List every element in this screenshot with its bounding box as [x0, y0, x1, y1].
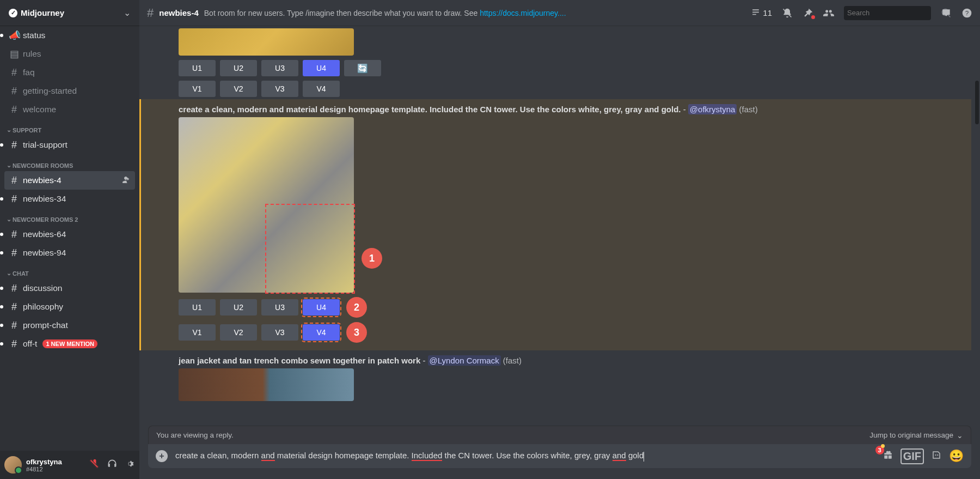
- emoji-icon[interactable]: 😀: [949, 449, 964, 463]
- jump-label: Jump to original message: [869, 431, 953, 439]
- channel-discussion[interactable]: # discussion: [4, 279, 135, 298]
- author-mention[interactable]: @ofkrystyna: [688, 104, 737, 114]
- category-label: CHAT: [13, 270, 29, 277]
- annotation-badge-1: 1: [362, 248, 382, 269]
- upscale-u3[interactable]: U3: [261, 60, 298, 76]
- members-icon[interactable]: [823, 8, 834, 19]
- channel-off-topic[interactable]: # off-t 1 NEW MENTION: [4, 335, 135, 353]
- category-label: SUPPORT: [13, 127, 41, 134]
- svg-point-2: [935, 454, 936, 455]
- gear-icon[interactable]: [124, 458, 135, 471]
- message-input[interactable]: create a clean, modern and material desi…: [175, 451, 875, 461]
- main-content: # newbies-4 Bot room for new users. Type…: [139, 0, 980, 479]
- message-area[interactable]: U1 U2 U3 U4 🔄 V1 V2 V3 V4 create a clean…: [139, 26, 980, 426]
- search-box[interactable]: [844, 6, 931, 20]
- hash-icon: #: [9, 104, 20, 116]
- generated-image[interactable]: [179, 368, 354, 401]
- category-chat[interactable]: ⌄ CHAT: [4, 262, 135, 279]
- sticker-icon[interactable]: [932, 450, 941, 463]
- author-mention[interactable]: @Lyndon Cormack: [428, 355, 501, 366]
- upscale-u4[interactable]: U4: [303, 60, 340, 76]
- channel-philosophy[interactable]: # philosophy: [4, 298, 135, 316]
- variation-v4[interactable]: V4: [303, 324, 340, 341]
- category-newcomer-rooms[interactable]: ⌄ NEWCOMER ROOMS: [4, 154, 135, 171]
- user-panel: ofkrystyna #4812: [0, 451, 139, 479]
- message-input-bar: + create a clean, modern and material de…: [148, 444, 971, 468]
- mute-icon[interactable]: [89, 458, 100, 471]
- attach-button[interactable]: +: [156, 450, 168, 462]
- prompt-line: jean jacket and tan trench combo sewn to…: [179, 356, 971, 365]
- variation-v1[interactable]: V1: [179, 324, 216, 341]
- upscale-u1[interactable]: U1: [179, 60, 216, 76]
- channel-prompt-chat[interactable]: # prompt-chat: [4, 316, 135, 335]
- threads-count: 11: [763, 8, 772, 17]
- channel-label: newbies-64: [23, 229, 66, 239]
- channel-label: trial-support: [23, 140, 68, 150]
- add-user-icon[interactable]: [121, 175, 131, 186]
- channel-rules[interactable]: ▤ rules: [4, 45, 135, 63]
- channel-topic[interactable]: Bot room for new users. Type /imagine th…: [204, 9, 566, 17]
- channel-sidebar: ✓ Midjourney ⌄ 📣 status ▤ rules # faq # …: [0, 0, 139, 479]
- variation-v3[interactable]: V3: [261, 81, 298, 97]
- channel-welcome[interactable]: # welcome: [4, 100, 135, 119]
- upscale-u3[interactable]: U3: [261, 299, 298, 316]
- search-input[interactable]: [847, 9, 939, 17]
- variation-v1[interactable]: V1: [179, 81, 216, 97]
- variation-v3[interactable]: V3: [261, 324, 298, 341]
- server-header[interactable]: ✓ Midjourney ⌄: [0, 0, 139, 26]
- channel-getting-started[interactable]: # getting-started: [4, 82, 135, 100]
- threads-button[interactable]: 11: [750, 8, 772, 19]
- variation-v2[interactable]: V2: [220, 324, 257, 341]
- upscale-u2[interactable]: U2: [220, 60, 257, 76]
- username-label: ofkrystyna: [26, 458, 85, 466]
- channel-newbies-64[interactable]: # newbies-64: [4, 225, 135, 244]
- hash-lock-icon: #: [9, 283, 20, 294]
- annotation-badge-3: 3: [346, 322, 367, 343]
- category-label: NEWCOMER ROOMS: [13, 162, 73, 169]
- channel-label: welcome: [23, 105, 56, 114]
- channel-faq[interactable]: # faq: [4, 63, 135, 82]
- notifications-muted-icon[interactable]: [782, 8, 793, 19]
- gif-button[interactable]: GIF: [901, 448, 924, 464]
- channel-newbies-34[interactable]: # newbies-34: [4, 190, 135, 208]
- mention-badge: 1 NEW MENTION: [42, 339, 97, 348]
- hash-lock-icon: #: [9, 301, 20, 313]
- help-icon[interactable]: ?: [961, 8, 972, 19]
- upscale-u4[interactable]: U4: [303, 299, 340, 316]
- channel-trial-support[interactable]: # trial-support: [4, 136, 135, 154]
- message-highlighted: create a clean, modern and material desi…: [139, 99, 971, 350]
- gift-icon[interactable]: [883, 450, 893, 463]
- hash-lock-icon: #: [9, 229, 20, 240]
- channel-label: philosophy: [23, 302, 63, 312]
- category-support[interactable]: ⌄ SUPPORT: [4, 119, 135, 136]
- megaphone-icon: 📣: [9, 29, 20, 41]
- variation-v4[interactable]: V4: [303, 81, 340, 97]
- channel-list[interactable]: 📣 status ▤ rules # faq # getting-started…: [0, 26, 139, 451]
- chevron-down-icon: ⌄: [7, 126, 11, 134]
- pins-icon[interactable]: [803, 8, 813, 19]
- upscale-u1[interactable]: U1: [179, 299, 216, 316]
- variation-v2[interactable]: V2: [220, 81, 257, 97]
- chevron-down-icon: ⌄: [7, 216, 11, 223]
- channel-label: newbies-4: [23, 175, 62, 185]
- message-next: jean jacket and tan trench combo sewn to…: [179, 354, 971, 403]
- speed-tag: (fast): [739, 105, 758, 114]
- image-quadrant-4[interactable]: [266, 205, 354, 293]
- channel-newbies-4[interactable]: # newbies-4: [4, 171, 135, 190]
- prompt-text: create a clean, modern and material desi…: [179, 105, 681, 114]
- channel-status[interactable]: 📣 status: [4, 26, 135, 45]
- hash-icon: #: [9, 67, 20, 78]
- generated-image-grid[interactable]: [179, 117, 354, 293]
- upscale-u2[interactable]: U2: [220, 299, 257, 316]
- category-newcomer-rooms-2[interactable]: ⌄ NEWCOMER ROOMS 2: [4, 208, 135, 225]
- topic-link[interactable]: https://docs.midjourney....: [480, 9, 566, 17]
- avatar[interactable]: [4, 456, 22, 474]
- generated-image[interactable]: [179, 28, 354, 56]
- channel-newbies-94[interactable]: # newbies-94: [4, 244, 135, 262]
- chevron-down-icon: ⌄: [7, 270, 11, 277]
- headphones-icon[interactable]: [107, 458, 118, 471]
- inbox-icon[interactable]: [941, 8, 952, 19]
- reroll-button[interactable]: 🔄: [344, 60, 381, 76]
- verified-icon: ✓: [9, 9, 17, 17]
- jump-to-original[interactable]: Jump to original message ⌄: [869, 431, 963, 440]
